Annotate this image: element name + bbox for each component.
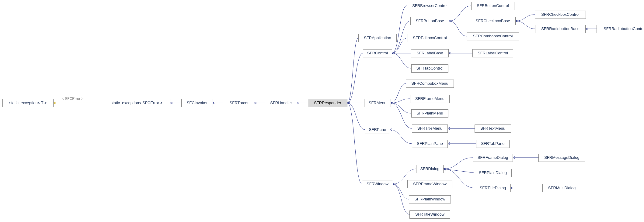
node-static_exception_T[interactable]: static_exception< T > bbox=[2, 99, 54, 107]
node-SFRPlainMenu[interactable]: SFRPlainMenu bbox=[411, 109, 448, 118]
node-SFREditboxControl[interactable]: SFREditboxControl bbox=[408, 34, 452, 42]
node-SFRComboboxMenu[interactable]: SFRComboboxMenu bbox=[406, 80, 454, 88]
node-SFCInvoker[interactable]: SFCInvoker bbox=[181, 99, 213, 107]
node-SFRCheckboxBase[interactable]: SFRCheckboxBase bbox=[470, 17, 516, 25]
edge-SFRPlainMenu-to-SFRMenu bbox=[391, 103, 411, 113]
node-SFRTextMenu[interactable]: SFRTextMenu bbox=[475, 125, 511, 133]
node-SFRTitleMenu[interactable]: SFRTitleMenu bbox=[412, 125, 448, 133]
edge-SFRPlainWindow-to-SFRWindow bbox=[393, 184, 409, 199]
node-SFRResponder: SFRResponder bbox=[308, 99, 347, 107]
edge-label-template_param: < SFCError > bbox=[62, 97, 83, 101]
edge-SFRBrowserControl-to-SFRControl bbox=[392, 6, 407, 53]
node-SFRTabPane[interactable]: SFRTabPane bbox=[476, 140, 510, 148]
node-SFRLabelControl[interactable]: SFRLabelControl bbox=[472, 49, 513, 57]
edge-SFRTitleWindow-to-SFRWindow bbox=[393, 184, 409, 214]
node-SFRButtonBase[interactable]: SFRButtonBase bbox=[410, 17, 449, 25]
node-SFRTracer[interactable]: SFRTracer bbox=[224, 99, 254, 107]
node-SFRLabelBase[interactable]: SFRLabelBase bbox=[411, 49, 449, 57]
edge-SFRComboboxMenu-to-SFRMenu bbox=[391, 84, 406, 103]
node-SFRMenu[interactable]: SFRMenu bbox=[364, 99, 391, 107]
node-SFRPlainWindow[interactable]: SFRPlainWindow bbox=[409, 195, 451, 203]
node-SFRPlainDialog[interactable]: SFRPlainDialog bbox=[474, 169, 512, 177]
node-SFRMultiDialog[interactable]: SFRMultiDialog bbox=[542, 184, 581, 192]
node-SFRMessageDialog[interactable]: SFRMessageDialog bbox=[538, 154, 585, 162]
edge-SFRControl-to-SFRResponder bbox=[347, 53, 363, 103]
edge-SFRPlainDialog-to-SFRDialog bbox=[444, 169, 474, 173]
node-SFRTitleWindow[interactable]: SFRTitleWindow bbox=[409, 210, 450, 219]
node-SFRFrameMenu[interactable]: SFRFrameMenu bbox=[410, 95, 450, 103]
node-SFRPane[interactable]: SFRPane bbox=[365, 126, 390, 134]
edge-SFRApplication-to-SFRResponder bbox=[347, 38, 358, 103]
node-SFRCheckboxControl[interactable]: SFRCheckboxControl bbox=[535, 11, 586, 19]
edge-SFRWindow-to-SFRResponder bbox=[347, 103, 362, 184]
edge-SFRPlainPane-to-SFRPane bbox=[390, 130, 412, 144]
node-SFRTabControl[interactable]: SFRTabControl bbox=[411, 64, 448, 73]
node-SFRFrameWindow[interactable]: SFRFrameWindow bbox=[407, 180, 452, 188]
diagram-canvas: static_exception< T >static_exception< S… bbox=[0, 0, 644, 222]
edge-SFRPane-to-SFRResponder bbox=[347, 103, 365, 130]
node-SFRApplication[interactable]: SFRApplication bbox=[358, 34, 397, 42]
node-SFRWindow[interactable]: SFRWindow bbox=[362, 180, 393, 188]
node-SFRRadiobuttonBase[interactable]: SFRRadiobuttonBase bbox=[535, 25, 586, 33]
node-SFRDialog[interactable]: SFRDialog bbox=[416, 165, 444, 173]
node-SFRControl[interactable]: SFRControl bbox=[363, 49, 392, 57]
edge-SFRFrameDialog-to-SFRDialog bbox=[444, 158, 473, 169]
edge-SFRRadiobuttonBase-to-SFRCheckboxBase bbox=[516, 21, 535, 29]
node-SFRTitleDialog[interactable]: SFRTitleDialog bbox=[475, 184, 511, 192]
node-SFRButtonControl[interactable]: SFRButtonControl bbox=[471, 2, 514, 10]
edge-SFRTabControl-to-SFRControl bbox=[392, 53, 411, 68]
node-SFRFrameDialog[interactable]: SFRFrameDialog bbox=[473, 154, 513, 162]
node-static_exception_SFCError[interactable]: static_exception< SFCError > bbox=[103, 99, 170, 107]
node-SFRHandler[interactable]: SFRHandler bbox=[265, 99, 297, 107]
edge-SFRFrameMenu-to-SFRMenu bbox=[391, 99, 410, 103]
node-SFRRadiobuttonControl[interactable]: SFRRadiobuttonControl bbox=[597, 25, 644, 33]
node-SFRComboboxControl[interactable]: SFRComboboxControl bbox=[467, 32, 519, 40]
node-SFRBrowserControl[interactable]: SFRBrowserControl bbox=[407, 2, 453, 10]
edge-SFRTitleMenu-to-SFRMenu bbox=[391, 103, 412, 128]
edge-SFRCheckboxControl-to-SFRCheckboxBase bbox=[516, 15, 535, 21]
node-SFRPlainPane[interactable]: SFRPlainPane bbox=[412, 140, 448, 148]
